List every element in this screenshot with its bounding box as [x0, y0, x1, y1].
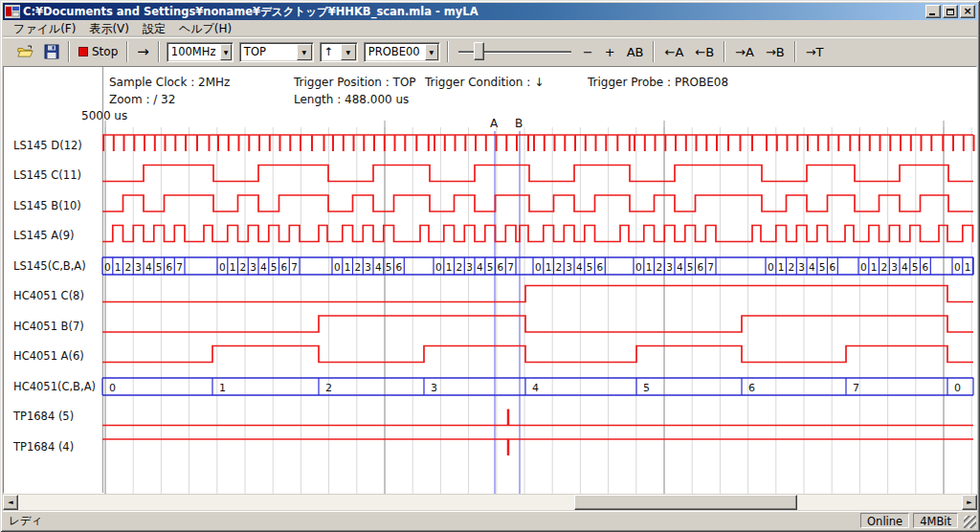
app-window: C:¥Documents and Settings¥noname¥デスクトップ¥… [0, 0, 980, 532]
svg-text:4: 4 [576, 261, 583, 273]
svg-text:2: 2 [657, 261, 663, 273]
svg-text:4: 4 [677, 261, 683, 273]
resize-grip-icon[interactable] [964, 516, 976, 528]
svg-text:4: 4 [145, 261, 152, 273]
svg-text:0: 0 [768, 261, 774, 273]
svg-text:1: 1 [546, 261, 552, 273]
svg-text:0: 0 [109, 382, 116, 394]
svg-text:3: 3 [250, 261, 256, 273]
status-ready-text: レディ [3, 514, 860, 528]
svg-text:5: 5 [687, 261, 694, 273]
svg-text:4: 4 [532, 382, 539, 394]
svg-text:6: 6 [830, 261, 836, 273]
svg-text:6: 6 [923, 261, 929, 273]
svg-text:3: 3 [891, 261, 898, 273]
svg-text:4: 4 [260, 261, 267, 273]
svg-text:1: 1 [871, 261, 878, 273]
svg-text:5: 5 [912, 261, 919, 273]
svg-text:3: 3 [666, 261, 673, 273]
status-memory-badge: 4MBit [913, 513, 958, 528]
scroll-left-button[interactable]: ◄ [3, 495, 18, 510]
svg-text:1: 1 [446, 261, 453, 273]
svg-text:5: 5 [156, 261, 163, 273]
svg-text:2: 2 [789, 261, 795, 273]
svg-text:3: 3 [466, 261, 473, 273]
svg-text:B: B [515, 117, 523, 130]
svg-text:5: 5 [487, 261, 494, 273]
svg-text:3: 3 [798, 261, 805, 273]
svg-text:2: 2 [457, 261, 463, 273]
svg-text:0: 0 [219, 261, 226, 273]
svg-text:6: 6 [748, 382, 755, 394]
svg-text:0: 0 [860, 261, 867, 273]
svg-text:1: 1 [778, 261, 785, 273]
svg-text:0: 0 [334, 261, 341, 273]
svg-text:0: 0 [535, 261, 542, 273]
svg-text:4: 4 [375, 261, 382, 273]
svg-text:0: 0 [954, 261, 961, 273]
svg-text:4: 4 [477, 261, 483, 273]
svg-text:6: 6 [396, 261, 403, 273]
svg-text:1: 1 [219, 382, 226, 394]
svg-text:7: 7 [507, 261, 514, 273]
svg-text:6: 6 [698, 261, 704, 273]
svg-text:5: 5 [386, 261, 392, 273]
waveform-plot[interactable]: AB01234567012345670123456012345670123456… [0, 0, 980, 532]
svg-text:3: 3 [365, 261, 371, 273]
svg-text:5: 5 [819, 261, 826, 273]
svg-text:1: 1 [965, 261, 971, 273]
svg-text:3: 3 [431, 382, 437, 394]
scroll-right-button[interactable]: ► [962, 495, 977, 510]
status-bar: レディ Online 4MBit [3, 511, 977, 529]
svg-text:7: 7 [291, 261, 298, 273]
svg-text:6: 6 [597, 261, 604, 273]
scrollbar-thumb[interactable] [574, 495, 797, 510]
svg-text:6: 6 [281, 261, 288, 273]
svg-text:5: 5 [587, 261, 593, 273]
svg-text:7: 7 [707, 261, 714, 273]
svg-text:0: 0 [635, 261, 642, 273]
svg-text:1: 1 [345, 261, 351, 273]
svg-text:5: 5 [271, 261, 278, 273]
svg-text:5: 5 [643, 382, 650, 394]
svg-text:2: 2 [881, 261, 888, 273]
svg-text:2: 2 [125, 261, 132, 273]
svg-text:2: 2 [240, 261, 247, 273]
svg-text:2: 2 [556, 261, 563, 273]
svg-text:1: 1 [115, 261, 122, 273]
status-online-badge: Online [860, 513, 909, 528]
svg-text:2: 2 [325, 382, 332, 394]
svg-text:1: 1 [230, 261, 236, 273]
svg-text:3: 3 [566, 261, 572, 273]
svg-text:4: 4 [809, 261, 815, 273]
scrollbar-track[interactable] [18, 495, 962, 510]
svg-text:0: 0 [954, 382, 961, 394]
horizontal-scrollbar[interactable]: ◄ ► [3, 495, 977, 510]
svg-text:0: 0 [435, 261, 442, 273]
svg-text:1: 1 [646, 261, 653, 273]
svg-text:A: A [490, 117, 499, 130]
svg-text:6: 6 [167, 261, 173, 273]
svg-text:0: 0 [104, 261, 111, 273]
svg-text:2: 2 [355, 261, 362, 273]
svg-text:7: 7 [853, 382, 859, 394]
svg-text:3: 3 [135, 261, 142, 273]
svg-text:4: 4 [902, 261, 908, 273]
svg-text:7: 7 [176, 261, 183, 273]
svg-text:6: 6 [498, 261, 504, 273]
